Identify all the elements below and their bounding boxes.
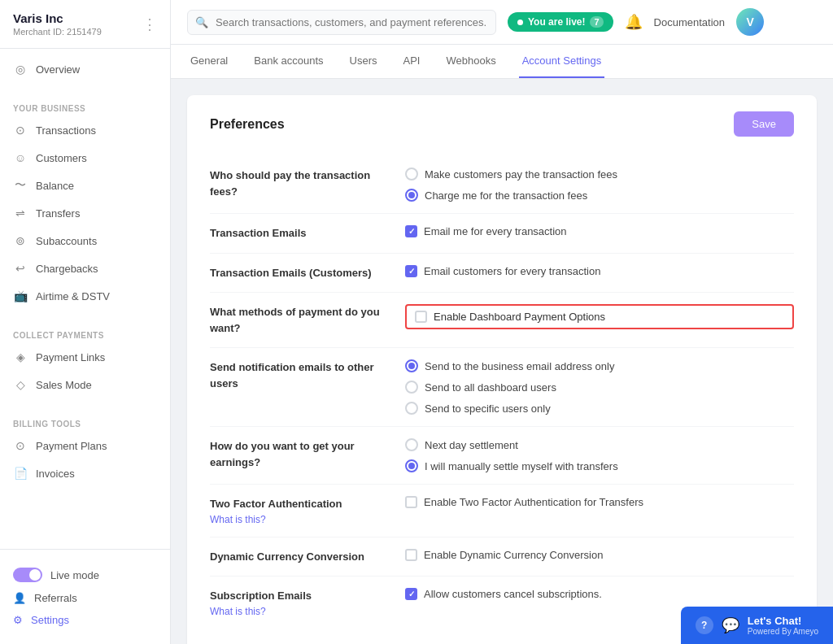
radio-charge-me[interactable]: Charge me for the transaction fees: [405, 189, 794, 202]
balance-icon: 〜: [13, 178, 28, 193]
radio-business-email-only[interactable]: Send to the business email address only: [405, 359, 794, 372]
chat-widget[interactable]: ? 💬 Let's Chat! Powered By Ameyo: [681, 607, 833, 644]
checkbox-2fa[interactable]: Enable Two Factor Authentication for Tra…: [405, 496, 794, 508]
dashboard-payment-label: Enable Dashboard Payment Options: [434, 311, 605, 323]
transfers-icon: ⇌: [13, 206, 28, 220]
tab-webhooks[interactable]: Webhooks: [443, 45, 499, 78]
pref-controls-send-notifications: Send to the business email address only …: [405, 359, 794, 415]
sidebar-item-payment-links[interactable]: ◈ Payment Links: [0, 343, 170, 371]
radio-circle-manual-settle: [405, 459, 418, 472]
save-button[interactable]: Save: [734, 111, 794, 137]
tab-general[interactable]: General: [187, 45, 231, 78]
radio-circle-all-users: [405, 381, 418, 394]
notification-bell-icon[interactable]: 🔔: [625, 13, 643, 31]
search-input[interactable]: [187, 10, 496, 35]
sidebar-item-balance[interactable]: 〜 Balance: [0, 172, 170, 199]
overview-icon: ◎: [13, 62, 28, 76]
sidebar-section-billing: BILLING TOOLS ⊙ Payment Plans 📄 Invoices: [0, 405, 170, 494]
subaccounts-icon: ⊚: [13, 233, 28, 248]
sidebar-item-live-mode[interactable]: Live mode: [13, 563, 157, 587]
sidebar-bottom: Live mode 👤 Referrals ⚙ Settings: [0, 549, 170, 644]
radio-specific-users[interactable]: Send to specific users only: [405, 402, 794, 415]
sidebar-header: Varis Inc Merchant ID: 2151479 ⋮: [0, 0, 170, 49]
sidebar: Varis Inc Merchant ID: 2151479 ⋮ ◎ Overv…: [0, 0, 171, 644]
pref-label-subscription-emails: Subscription Emails What is this?: [210, 588, 389, 617]
checkbox-email-customers[interactable]: ✓ Email customers for every transaction: [405, 265, 794, 277]
pref-label-txn-emails: Transaction Emails: [210, 225, 389, 242]
pref-controls-payment-methods: Enable Dashboard Payment Options: [405, 304, 794, 329]
sales-mode-icon: ◇: [13, 377, 28, 392]
sidebar-item-chargebacks[interactable]: ↩ Chargebacks: [0, 255, 170, 282]
sidebar-item-overview[interactable]: ◎ Overview: [0, 55, 170, 83]
radio-circle-customers: [405, 168, 418, 181]
pref-label-dcc: Dynamic Currency Conversion: [210, 549, 389, 565]
pref-row-txn-emails-cust: Transaction Emails (Customers) ✓ Email c…: [210, 254, 794, 294]
documentation-link[interactable]: Documentation: [654, 16, 725, 28]
pref-controls-earnings: Next day settlement I will manually sett…: [405, 438, 794, 472]
checkbox-email-me[interactable]: ✓ Email me for every transaction: [405, 225, 794, 237]
sidebar-item-transfers[interactable]: ⇌ Transfers: [0, 199, 170, 227]
sidebar-item-settings[interactable]: ⚙ Settings: [13, 609, 157, 631]
sidebar-item-transactions[interactable]: ⊙ Transactions: [0, 116, 170, 144]
dashboard-payment-options-highlight: Enable Dashboard Payment Options: [405, 304, 794, 329]
live-badge-count: 7: [590, 16, 603, 28]
sidebar-item-sales-mode[interactable]: ◇ Sales Mode: [0, 371, 170, 398]
sidebar-item-airtime[interactable]: 📺 Airtime & DSTV: [0, 282, 170, 310]
tab-users[interactable]: Users: [347, 45, 381, 78]
tab-account-settings[interactable]: Account Settings: [519, 45, 605, 78]
sidebar-item-payment-plans[interactable]: ⊙ Payment Plans: [0, 432, 170, 459]
checkbox-subscription[interactable]: ✓ Allow customers cancel subscriptions.: [405, 588, 794, 600]
live-mode-label: Live mode: [50, 569, 99, 581]
preferences-header: Preferences Save: [210, 111, 794, 137]
radio-all-dashboard-users[interactable]: Send to all dashboard users: [405, 381, 794, 394]
sidebar-item-invoices[interactable]: 📄 Invoices: [0, 459, 170, 487]
pref-row-earnings: How do you want to get your earnings? Ne…: [210, 427, 794, 485]
sidebar-section-collect: COLLECT PAYMENTS ◈ Payment Links ◇ Sales…: [0, 316, 170, 405]
sidebar-item-referrals[interactable]: 👤 Referrals: [13, 587, 157, 609]
payment-links-icon: ◈: [13, 350, 28, 364]
sidebar-item-subaccounts[interactable]: ⊚ Subaccounts: [0, 227, 170, 255]
checkbox-dcc[interactable]: Enable Dynamic Currency Conversion: [405, 549, 794, 561]
settings-icon: ⚙: [13, 614, 23, 626]
airtime-icon: 📺: [13, 289, 28, 303]
2fa-what-is-this[interactable]: What is this?: [210, 514, 389, 525]
checkbox-box-dashboard-payment[interactable]: [415, 311, 427, 323]
chat-label: Let's Chat!: [748, 615, 818, 627]
referrals-label: Referrals: [34, 592, 77, 604]
collect-payments-label: COLLECT PAYMENTS: [0, 323, 170, 343]
customers-icon: ☺: [13, 150, 28, 165]
pref-row-dcc: Dynamic Currency Conversion Enable Dynam…: [210, 537, 794, 577]
live-badge-label: You are live!: [528, 16, 585, 28]
radio-customers-pay[interactable]: Make customers pay the transaction fees: [405, 168, 794, 181]
brand-name: Varis Inc: [13, 11, 102, 25]
radio-manual-settle[interactable]: I will manually settle myself with trans…: [405, 459, 794, 472]
chat-help-icon: ?: [696, 616, 713, 634]
search-wrapper: 🔍: [187, 10, 496, 35]
topbar: 🔍 You are live! 7 🔔 Documentation V: [171, 0, 833, 45]
avatar[interactable]: V: [736, 8, 764, 36]
radio-next-day-settlement[interactable]: Next day settlement: [405, 438, 794, 451]
live-mode-toggle[interactable]: [13, 568, 42, 582]
radio-circle-specific-users: [405, 402, 418, 415]
pref-controls-dcc: Enable Dynamic Currency Conversion: [405, 549, 794, 561]
preferences-card: Preferences Save Who should pay the tran…: [187, 95, 817, 644]
checkbox-box-email-me: ✓: [405, 225, 417, 237]
merchant-id: Merchant ID: 2151479: [13, 27, 102, 37]
tab-api[interactable]: API: [399, 45, 423, 78]
settings-label: Settings: [31, 614, 69, 626]
sidebar-adjust-icon[interactable]: ⋮: [142, 15, 157, 33]
preferences-title: Preferences: [210, 117, 285, 132]
pref-row-send-notifications: Send notification emails to other users …: [210, 348, 794, 427]
pref-label-txn-emails-cust: Transaction Emails (Customers): [210, 265, 389, 281]
sidebar-item-customers[interactable]: ☺ Customers: [0, 144, 170, 172]
chat-bubble-icon: 💬: [722, 616, 739, 634]
pref-label-payment-methods: What methods of payment do you want?: [210, 304, 389, 336]
subscription-what-is-this[interactable]: What is this?: [210, 606, 389, 617]
checkbox-box-dcc: [405, 549, 417, 561]
radio-circle-business-email: [405, 359, 418, 372]
tabs-bar: General Bank accounts Users API Webhooks…: [171, 45, 833, 79]
live-badge: You are live! 7: [508, 12, 613, 32]
pref-controls-txn-emails: ✓ Email me for every transaction: [405, 225, 794, 237]
billing-tools-label: BILLING TOOLS: [0, 411, 170, 432]
tab-bank-accounts[interactable]: Bank accounts: [251, 45, 326, 78]
